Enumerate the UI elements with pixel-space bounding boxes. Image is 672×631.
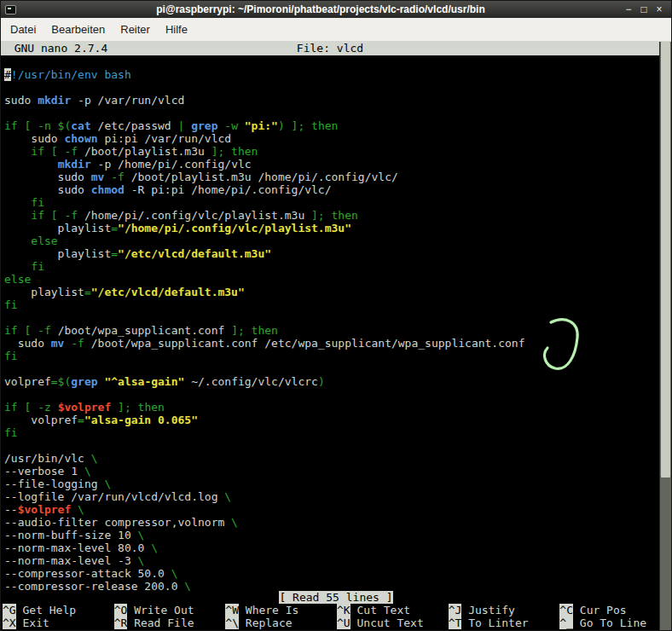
menu-item-datei[interactable]: Datei — [3, 19, 43, 40]
code-segment: if [ -f — [4, 145, 84, 158]
shortcut-key: ^\ — [225, 617, 239, 629]
code-segment: \ — [104, 478, 111, 490]
editor-line[interactable] — [4, 388, 659, 401]
shortcut-go-to-line[interactable]: ^_ Go To Line — [559, 617, 671, 629]
editor-line[interactable]: fi — [4, 350, 659, 362]
window-icon — [5, 5, 16, 14]
code-segment: chown — [64, 132, 97, 145]
shortcut-label: Cut Text — [350, 604, 410, 617]
code-segment: if [ -n $( — [4, 119, 71, 132]
editor-line[interactable] — [4, 362, 659, 375]
editor-line[interactable]: sudo chown pi:pi /var/run/vlcd — [4, 132, 659, 145]
code-segment: \ — [78, 503, 84, 516]
code-segment: "^alsa-gain" — [104, 375, 184, 388]
shortcut-cut-text[interactable]: ^K Cut Text — [337, 604, 449, 617]
menu-item-reiter[interactable]: Reiter — [113, 19, 158, 40]
shortcut-to-linter[interactable]: ^T To Linter — [449, 617, 560, 629]
code-segment: --compressor-attack 50.0 — [4, 567, 171, 580]
editor-line[interactable]: else — [4, 234, 659, 247]
code-segment: --compressor-release 200.0 — [4, 580, 184, 591]
editor-line[interactable]: /usr/bin/vlc \ — [4, 452, 659, 465]
code-segment: /boot/playlist.m3u /home/pi/.config/vlc/ — [131, 171, 398, 183]
editor-line[interactable]: if [ -f /home/pi/.config/vlc/playlist.m3… — [4, 209, 659, 222]
code-segment: ) — [318, 375, 325, 388]
code-segment: /home/pi/.config/vlc/playlist.m3u — [84, 209, 311, 222]
editor-line[interactable]: #!/usr/bin/env bash — [4, 68, 659, 81]
editor-line[interactable]: fi — [4, 298, 659, 311]
code-segment: playlist — [4, 247, 111, 260]
titlebar[interactable]: pi@raspberrypi: ~/Pimoroni/phatbeat/proj… — [1, 1, 671, 18]
editor-line[interactable] — [4, 107, 659, 119]
menu-item-hilfe[interactable]: Hilfe — [158, 19, 195, 40]
editor-area[interactable]: #!/usr/bin/env bashsudo mkdir -p /var/ru… — [1, 55, 659, 591]
editor-line[interactable]: --norm-buff-size 10 \ — [4, 529, 659, 541]
editor-line[interactable]: fi — [4, 196, 659, 209]
editor-line[interactable]: --audio-filter compressor,volnorm \ — [4, 516, 659, 529]
editor-line[interactable]: if [ -z $volpref ]; then — [4, 401, 659, 414]
code-segment: "/home/pi/.config/vlc/playlist.m3u" — [118, 222, 351, 234]
editor-line[interactable] — [4, 81, 659, 94]
shortcut-row-1: ^G Get Help^O Write Out^W Where Is^K Cut… — [1, 604, 671, 617]
editor-line[interactable]: playlist="/etc/vlcd/default.m3u" — [4, 247, 659, 260]
shortcut-label: Cur Pos — [573, 604, 627, 617]
editor-line[interactable]: fi — [4, 426, 659, 439]
code-segment: \ — [231, 516, 238, 529]
shortcut-label: Go To Line — [573, 617, 646, 629]
scrollbar[interactable] — [659, 42, 671, 630]
shortcut-uncut-text[interactable]: ^U Uncut Text — [337, 617, 449, 629]
editor-line[interactable]: --file-logging \ — [4, 478, 659, 490]
editor-line[interactable]: sudo chmod -R pi:pi /home/pi/.config/vlc… — [4, 183, 659, 196]
editor-line[interactable]: else — [4, 273, 659, 286]
editor-line[interactable]: mkdir -p /home/pi/.config/vlc — [4, 158, 659, 171]
minimize-button[interactable]: − — [621, 2, 636, 17]
code-segment: -R pi:pi /home/pi/.config/vlc/ — [125, 183, 332, 196]
shortcut-exit[interactable]: ^X Exit — [3, 617, 114, 629]
editor-line[interactable]: sudo mv -f /boot/playlist.m3u /home/pi/.… — [4, 171, 659, 183]
editor-line[interactable]: playlist="/etc/vlcd/default.m3u" — [4, 286, 659, 298]
editor-line[interactable]: --compressor-attack 50.0 \ — [4, 567, 659, 580]
editor-line[interactable] — [4, 439, 659, 452]
code-segment: chmod — [91, 183, 125, 196]
editor-line[interactable]: --norm-max-level -3 \ — [4, 554, 659, 567]
editor-line[interactable]: --$volpref \ — [4, 503, 659, 516]
shortcut-key: ^G — [3, 604, 16, 617]
editor-line[interactable]: sudo mv -f /boot/wpa_supplicant.conf /et… — [4, 337, 659, 350]
maximize-button[interactable]: □ — [636, 2, 652, 17]
shortcut-write-out[interactable]: ^O Write Out — [114, 604, 226, 617]
editor-line[interactable]: volpref=$(grep "^alsa-gain" ~/.config/vl… — [4, 375, 659, 388]
shortcut-cur-pos[interactable]: ^C Cur Pos — [559, 604, 671, 617]
editor-line[interactable]: if [ -f /boot/playlist.m3u ]; then — [4, 145, 659, 158]
editor-line[interactable]: --compressor-release 200.0 \ — [4, 580, 659, 591]
code-segment: -w — [217, 119, 244, 132]
scrollbar-thumb[interactable] — [661, 42, 670, 478]
code-segment: = — [111, 247, 118, 260]
shortcut-key: ^W — [225, 604, 239, 617]
editor-line[interactable]: playlist="/home/pi/.config/vlc/playlist.… — [4, 222, 659, 234]
code-segment: grep — [191, 119, 217, 132]
code-segment: --logfile /var/run/vlcd/vlcd.log — [4, 490, 224, 503]
shortcut-label: Exit — [16, 617, 49, 629]
shortcut-read-file[interactable]: ^R Read File — [114, 617, 226, 629]
shortcut-justify[interactable]: ^J Justify — [449, 604, 560, 617]
menubar: DateiBearbeitenReiterHilfe — [1, 18, 671, 42]
shortcut-label: Where Is — [239, 604, 298, 617]
editor-line[interactable]: if [ -n $(cat /etc/passwd | grep -w "pi:… — [4, 119, 659, 132]
editor-line[interactable]: sudo mkdir -p /var/run/vlcd — [4, 94, 659, 107]
editor-line[interactable]: fi — [4, 260, 659, 273]
editor-line[interactable]: if [ -f /boot/wpa_supplicant.conf ]; the… — [4, 324, 659, 337]
shortcut-replace[interactable]: ^\ Replace — [225, 617, 337, 629]
terminal-area[interactable]: File: vlcd GNU nano 2.7.4 #!/usr/bin/env… — [1, 42, 671, 630]
code-segment: "pi:" — [245, 119, 278, 132]
close-button[interactable]: × — [652, 2, 667, 17]
code-segment: -p /home/pi/.config/vlc — [91, 158, 252, 171]
editor-line[interactable] — [4, 311, 659, 324]
menu-item-bearbeiten[interactable]: Bearbeiten — [43, 19, 113, 40]
editor-line[interactable]: volpref="alsa-gain 0.065" — [4, 414, 659, 426]
code-segment: -f — [64, 337, 90, 350]
editor-line[interactable]: --norm-max-level 80.0 \ — [4, 541, 659, 554]
code-segment: fi — [4, 350, 18, 362]
shortcut-get-help[interactable]: ^G Get Help — [3, 604, 114, 617]
shortcut-where-is[interactable]: ^W Where Is — [225, 604, 337, 617]
editor-line[interactable]: --logfile /var/run/vlcd/vlcd.log \ — [4, 490, 659, 503]
editor-line[interactable]: --verbose 1 \ — [4, 465, 659, 478]
